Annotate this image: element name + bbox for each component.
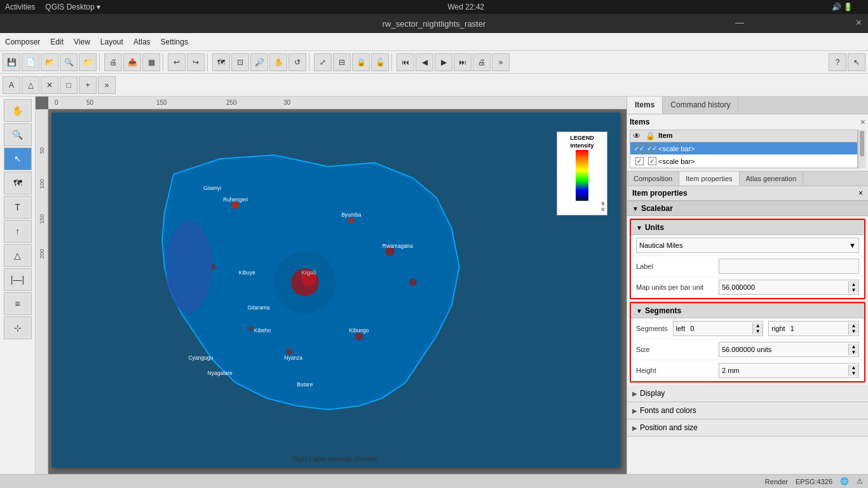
nav-first-btn[interactable]: ⏮ — [397, 53, 414, 71]
seg-right-down[interactable]: ▼ — [849, 329, 858, 334]
pan-tool-btn[interactable]: ✋ — [4, 99, 32, 122]
move-content-btn[interactable]: ⤢ — [314, 53, 332, 71]
nav-prev-btn[interactable]: ◀ — [416, 53, 433, 71]
activities-label[interactable]: Activities — [5, 3, 35, 11]
units-select[interactable]: Nautical Miles ▼ — [636, 238, 859, 253]
menu-settings[interactable]: Settings — [161, 37, 188, 46]
minimize-btn[interactable]: — — [735, 17, 744, 27]
lock-btn[interactable]: 🔒 — [352, 53, 370, 71]
tab-item-properties[interactable]: Item properties — [679, 172, 739, 186]
t2-btn4[interactable]: □ — [60, 76, 78, 94]
height-up[interactable]: ▲ — [849, 365, 858, 370]
svg-text:Kibungo: Kibungo — [349, 327, 369, 334]
row2-eye-check[interactable] — [635, 157, 644, 165]
position-header[interactable]: ▶ Position and size — [627, 419, 868, 436]
seg-right-spinbox[interactable]: right 1 ▲ ▼ — [768, 321, 859, 336]
select-tool-btn[interactable]: ↖ — [4, 147, 32, 170]
undo-btn[interactable]: ↩ — [168, 53, 186, 71]
display-header[interactable]: ▶ Display — [627, 385, 868, 402]
items-label: Items — [630, 118, 649, 126]
printer2-btn[interactable]: 🖨 — [473, 53, 491, 71]
items-scrollbar[interactable] — [858, 130, 865, 168]
seg-left-down[interactable]: ▼ — [753, 329, 763, 334]
app-name-label[interactable]: QGIS Desktop ▾ — [45, 3, 100, 11]
add-legend-btn[interactable]: ≡ — [4, 292, 32, 315]
row2-name: <scale bar> — [658, 158, 855, 165]
print-btn[interactable]: 🖨 — [104, 53, 122, 71]
add-map-btn[interactable]: 🗺 — [212, 53, 230, 71]
units-header[interactable]: ▼ Units — [631, 220, 864, 235]
refresh-btn[interactable]: ↺ — [288, 53, 306, 71]
cursor-btn[interactable]: ↖ — [848, 53, 865, 71]
unlock-btn[interactable]: 🔓 — [371, 53, 389, 71]
row2-eye[interactable] — [633, 157, 646, 165]
row1-lock-check[interactable]: ✓ — [648, 144, 656, 152]
seg-left-up[interactable]: ▲ — [753, 323, 763, 329]
items-close-btn[interactable]: × — [860, 117, 865, 127]
add-scalebar-btn[interactable]: |—| — [4, 268, 32, 291]
zoom-actual-btn[interactable]: ⊟ — [333, 53, 351, 71]
size-spinbox[interactable]: 56.000000 units ▲ ▼ — [719, 342, 859, 357]
pan-btn[interactable]: ✋ — [269, 53, 287, 71]
add-shape-btn[interactable]: △ — [4, 244, 32, 267]
segments-header[interactable]: ▼ Segments — [631, 303, 864, 318]
more-btn[interactable]: » — [492, 53, 510, 71]
folder-btn[interactable]: 📁 — [79, 53, 97, 71]
menu-view[interactable]: View — [74, 37, 90, 46]
fonts-header[interactable]: ▶ Fonts and colors — [627, 402, 868, 419]
t2-btn5[interactable]: + — [79, 76, 97, 94]
menu-composer[interactable]: Composer — [5, 37, 40, 46]
row1-lock[interactable]: ✓ — [646, 144, 658, 152]
items-row-1[interactable]: ✓ ✓ <scale bar> — [630, 142, 857, 155]
scalebar-section-header[interactable]: ▼ Scalebar — [627, 201, 868, 216]
export-btn[interactable]: 📤 — [123, 53, 141, 71]
height-spinbox[interactable]: 2 mm ▲ ▼ — [719, 363, 859, 378]
map-units-spinbox[interactable]: 56.000000 ▲ ▼ — [719, 280, 859, 295]
add-map-tool-btn[interactable]: 🗺 — [4, 172, 32, 194]
menu-atlas[interactable]: Atlas — [133, 37, 151, 46]
t2-btn2[interactable]: △ — [22, 76, 39, 94]
redo-btn[interactable]: ↪ — [187, 53, 205, 71]
save-btn[interactable]: 💾 — [3, 53, 20, 71]
menu-edit[interactable]: Edit — [50, 37, 64, 46]
row1-eye-check[interactable]: ✓ — [635, 144, 644, 152]
node-edit-btn[interactable]: ⊹ — [4, 316, 32, 339]
label-input[interactable] — [719, 259, 859, 274]
zoom-out-btn[interactable]: 🔎 — [250, 53, 268, 71]
props-close-btn[interactable]: × — [858, 189, 863, 198]
add-arrow-btn[interactable]: ↑ — [4, 220, 32, 243]
menu-layout[interactable]: Layout — [100, 37, 123, 46]
zoom-fit-btn[interactable]: ⊡ — [231, 53, 249, 71]
nav-last-btn[interactable]: ⏭ — [454, 53, 471, 71]
t2-btn1[interactable]: A — [3, 76, 20, 94]
seg-left-spinbox[interactable]: left 0 ▲ ▼ — [673, 321, 764, 336]
t2-btn3[interactable]: ✕ — [41, 76, 58, 94]
tab-items[interactable]: Items — [627, 97, 663, 114]
new-btn[interactable]: 📄 — [22, 53, 39, 71]
tab-atlas-generation[interactable]: Atlas generation — [740, 172, 804, 186]
add-text-tool-btn[interactable]: T — [4, 196, 32, 219]
size-up[interactable]: ▲ — [849, 344, 858, 349]
row2-lock-check[interactable] — [648, 157, 656, 165]
items-section: Items × 👁 🔒 Item ✓ — [627, 114, 868, 172]
t2-more[interactable]: » — [98, 76, 116, 94]
zoom-in-btn[interactable]: 🔍 — [60, 53, 78, 71]
zoom-tool-btn[interactable]: 🔍 — [4, 123, 32, 146]
fonts-arrow: ▶ — [632, 407, 637, 414]
help-btn[interactable]: ? — [829, 53, 846, 71]
open-btn[interactable]: 📂 — [41, 53, 58, 71]
height-down[interactable]: ▼ — [849, 370, 858, 376]
items-row-2[interactable]: <scale bar> — [630, 155, 857, 168]
seg-right-up[interactable]: ▲ — [849, 323, 858, 329]
row2-lock[interactable] — [646, 157, 658, 165]
row1-eye[interactable]: ✓ — [633, 144, 646, 152]
grid-btn[interactable]: ▦ — [142, 53, 160, 71]
size-down[interactable]: ▼ — [849, 349, 858, 355]
seg-left-value: 0 — [688, 325, 752, 332]
close-button[interactable]: × — [856, 17, 862, 29]
map-units-down[interactable]: ▼ — [849, 287, 858, 293]
nav-next-btn[interactable]: ▶ — [435, 53, 452, 71]
tab-composition[interactable]: Composition — [627, 172, 679, 186]
tab-command-history[interactable]: Command history — [663, 97, 738, 114]
map-units-up[interactable]: ▲ — [849, 281, 858, 287]
